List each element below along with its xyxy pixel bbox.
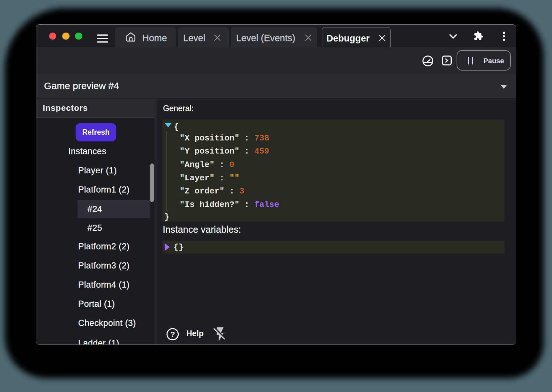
svg-text:?: ? bbox=[170, 330, 175, 339]
